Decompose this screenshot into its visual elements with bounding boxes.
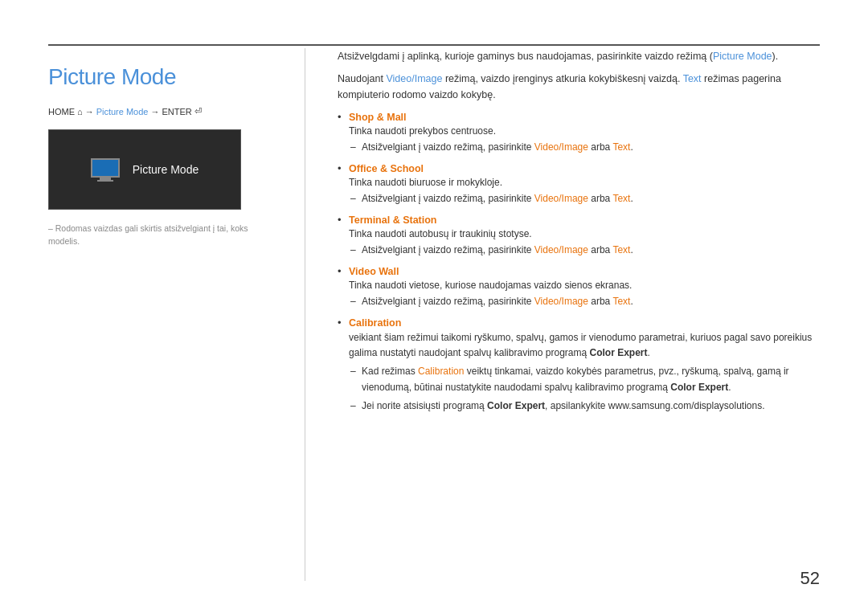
- breadcrumb-enter: ENTER: [162, 107, 191, 116]
- breadcrumb-arrow1: →: [85, 107, 94, 116]
- color-expert-bold-2: Color Expert: [670, 382, 728, 393]
- picture-mode-box-label: Picture Mode: [133, 163, 199, 176]
- breadcrumb: HOME ⌂ → Picture Mode → ENTER ⏎: [48, 106, 272, 116]
- sub-link-video-videowall: Video/Image: [534, 296, 588, 307]
- calibration-sub-1: Kad režimas Calibration veiktų tinkamai,…: [349, 364, 820, 394]
- sub-bullet-shop: Atsižvelgiant į vaizdo režimą, pasirinki…: [349, 140, 820, 154]
- left-note: – Rodomas vaizdas gali skirtis atsižvelg…: [48, 223, 272, 248]
- item-title-calibration: Calibration: [349, 317, 401, 329]
- intro-para2-mid1: režimą, vaizdo įrenginys atkuria kokybiš…: [442, 73, 682, 84]
- list-item-terminal: Terminal & Station Tinka naudoti autobus…: [338, 214, 820, 257]
- calibration-sub-2: Jei norite atsisiųsti programą Color Exp…: [349, 398, 820, 414]
- monitor-base: [97, 180, 113, 182]
- monitor-icon: [91, 158, 120, 181]
- sub-link-text-office: Text: [612, 193, 630, 204]
- bullet-list: Shop & Mall Tinka naudoti prekybos centr…: [338, 111, 820, 414]
- sub-link-text-videowall: Text: [612, 296, 630, 307]
- intro-para2-link1: Video/Image: [386, 73, 442, 84]
- sub-link-video-office: Video/Image: [534, 193, 588, 204]
- breadcrumb-home: HOME: [48, 107, 75, 116]
- list-item-calibration: Calibration veikiant šiam režimui taikom…: [338, 317, 820, 414]
- item-desc-calibration: veikiant šiam režimui taikomi ryškumo, s…: [349, 330, 820, 361]
- sub-item-videowall: Atsižvelgiant į vaizdo režimą, pasirinki…: [349, 294, 820, 309]
- intro-para2-pre: Naudojant: [338, 73, 386, 84]
- sub-link-text-shop: Text: [612, 141, 630, 153]
- picture-mode-box: Picture Mode: [48, 129, 241, 210]
- calibration-link-1: Calibration: [418, 366, 464, 377]
- sub-bullet-terminal: Atsižvelgiant į vaizdo režimą, pasirinki…: [349, 243, 820, 257]
- sub-bullet-videowall: Atsižvelgiant į vaizdo režimą, pasirinki…: [349, 294, 820, 309]
- page-title: Picture Mode: [48, 64, 272, 90]
- monitor-screen: [91, 158, 120, 178]
- item-desc-shop: Tinka naudoti prekybos centruose.: [349, 124, 820, 138]
- item-title-terminal: Terminal & Station: [349, 215, 437, 226]
- sub-bullet-office: Atsižvelgiant į vaizdo režimą, pasirinki…: [349, 191, 820, 206]
- sub-item-terminal: Atsižvelgiant į vaizdo režimą, pasirinki…: [349, 243, 820, 257]
- list-item-office: Office & School Tinka naudoti biuruose i…: [338, 162, 820, 206]
- sub-link-video-terminal: Video/Image: [534, 244, 588, 255]
- list-item-videowall: Video Wall Tinka naudoti vietose, kurios…: [338, 265, 820, 309]
- intro-para2-link2: Text: [683, 73, 702, 84]
- intro-para-2: Naudojant Video/Image režimą, vaizdo įre…: [338, 71, 820, 103]
- calibration-sub-list: Kad režimas Calibration veiktų tinkamai,…: [349, 364, 820, 414]
- intro-para-1: Atsižvelgdami į aplinką, kurioje gaminys…: [338, 48, 820, 64]
- left-panel: Picture Mode HOME ⌂ → Picture Mode → ENT…: [48, 48, 305, 581]
- item-title-videowall: Video Wall: [349, 266, 399, 277]
- color-expert-bold-1: Color Expert: [590, 347, 648, 358]
- item-title-office: Office & School: [349, 163, 424, 174]
- item-title-shop: Shop & Mall: [349, 112, 407, 123]
- sub-link-text-terminal: Text: [612, 244, 630, 255]
- breadcrumb-arrow2: →: [150, 107, 159, 116]
- top-rule: [48, 44, 820, 46]
- list-item-shop: Shop & Mall Tinka naudoti prekybos centr…: [338, 111, 820, 154]
- item-desc-videowall: Tinka naudoti vietose, kuriose naudojama…: [349, 278, 820, 292]
- page-number: 52: [800, 568, 820, 589]
- sub-link-video-shop: Video/Image: [534, 141, 588, 153]
- intro-para1-link: Picture Mode: [713, 51, 772, 62]
- sub-item-shop: Atsižvelgiant į vaizdo režimą, pasirinki…: [349, 140, 820, 154]
- breadcrumb-link: Picture Mode: [96, 107, 149, 116]
- intro-para1-post: ).: [772, 51, 779, 62]
- home-icon: ⌂: [77, 107, 83, 116]
- enter-icon: ⏎: [194, 106, 202, 116]
- sub-item-office: Atsižvelgiant į vaizdo režimą, pasirinki…: [349, 191, 820, 206]
- right-panel: Atsižvelgdami į aplinką, kurioje gaminys…: [305, 48, 820, 581]
- intro-para1-pre: Atsižvelgdami į aplinką, kurioje gaminys…: [338, 51, 713, 62]
- color-expert-bold-3: Color Expert: [487, 400, 545, 411]
- item-desc-terminal: Tinka naudoti autobusų ir traukinių stot…: [349, 227, 820, 241]
- item-desc-office: Tinka naudoti biuruose ir mokykloje.: [349, 175, 820, 190]
